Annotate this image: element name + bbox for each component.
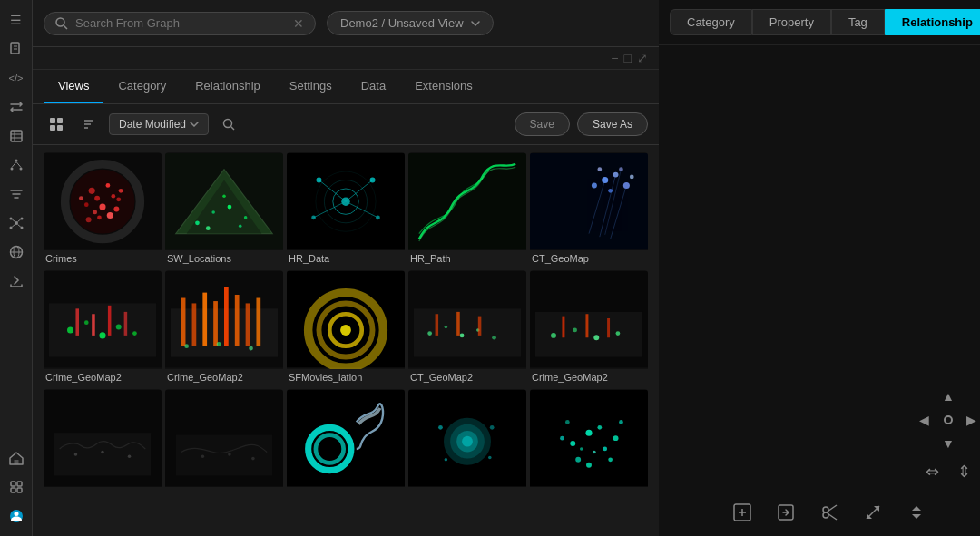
svg-point-84 — [602, 177, 608, 183]
svg-rect-142 — [585, 315, 588, 338]
list-item[interactable]: Crimes — [44, 152, 162, 267]
tab-data[interactable]: Data — [347, 70, 400, 103]
maximize-button[interactable]: □ — [624, 51, 632, 65]
hierarchy-icon[interactable] — [4, 152, 29, 178]
code-icon[interactable]: </> — [4, 65, 29, 91]
item-label: CT_GeoMap — [530, 250, 648, 267]
svg-point-176 — [565, 420, 570, 424]
tab-settings[interactable]: Settings — [275, 70, 347, 103]
search-input[interactable] — [75, 16, 286, 30]
list-item[interactable]: SW_Locations — [165, 152, 283, 267]
svg-rect-83 — [530, 153, 648, 249]
nav-up-button[interactable]: ▲ — [938, 386, 958, 406]
list-item[interactable]: SFMovies_latlon — [287, 270, 405, 385]
list-item[interactable] — [44, 389, 162, 492]
save-as-button[interactable]: Save As — [577, 112, 648, 136]
list-item[interactable]: CT_GeoMap2 — [408, 270, 526, 385]
sort-order-button[interactable] — [76, 112, 102, 137]
list-item[interactable]: CT_GeoMap — [530, 152, 648, 267]
list-item[interactable] — [287, 389, 405, 492]
svg-line-17 — [12, 219, 15, 222]
collapse-view-button[interactable] — [902, 498, 931, 527]
svg-point-67 — [206, 226, 211, 230]
svg-point-99 — [84, 321, 89, 326]
menu-icon[interactable]: ☰ — [4, 7, 29, 33]
grid-view-button[interactable] — [44, 112, 69, 137]
rotate-button[interactable] — [771, 498, 800, 527]
search-clear-button[interactable]: ✕ — [293, 16, 304, 31]
filter-tag-button[interactable]: Tag — [831, 9, 885, 35]
view-selector[interactable]: Demo2 / Unsaved View — [327, 11, 494, 35]
nav-left-button[interactable]: ◀ — [915, 410, 935, 430]
svg-point-78 — [317, 178, 322, 183]
toolbar: Date Modified Save Save As — [33, 104, 659, 145]
list-item[interactable] — [530, 389, 648, 492]
tab-category[interactable]: Category — [103, 70, 181, 103]
filter-relationship-button[interactable]: Relationship — [885, 9, 980, 35]
tab-views[interactable]: Views — [44, 70, 103, 103]
table-icon[interactable] — [4, 123, 29, 149]
item-label — [44, 487, 162, 492]
user-icon[interactable] — [4, 503, 29, 529]
view-label: Demo2 / Unsaved View — [340, 16, 464, 30]
svg-rect-103 — [75, 309, 79, 336]
list-item[interactable]: Crime_GeoMap2 — [44, 270, 162, 385]
right-panel: Category Property Tag Relationship ▲ ◀ ▶… — [659, 0, 980, 536]
svg-line-18 — [17, 219, 20, 222]
svg-point-138 — [573, 328, 577, 333]
svg-point-164 — [445, 458, 448, 462]
list-item[interactable] — [165, 389, 283, 492]
list-item[interactable]: Crime_GeoMap2 — [165, 270, 283, 385]
export-icon[interactable] — [4, 268, 29, 294]
svg-point-58 — [79, 196, 83, 200]
home-icon[interactable] — [4, 445, 29, 471]
nav-extra-controls: ⇔ ⇕ — [926, 462, 971, 482]
globe-icon[interactable] — [4, 239, 29, 265]
add-node-button[interactable] — [728, 498, 757, 527]
item-label — [530, 487, 648, 492]
scissors-button[interactable] — [815, 498, 844, 527]
navigation-controls: ▲ ◀ ▶ ▼ ⇔ ⇕ — [914, 385, 980, 482]
svg-rect-106 — [124, 312, 128, 336]
search-filter-button[interactable] — [216, 112, 241, 137]
nav-right-button[interactable]: ▶ — [962, 410, 980, 430]
pan-horizontal-button[interactable]: ⇔ — [926, 462, 939, 482]
svg-point-118 — [217, 342, 221, 346]
svg-point-171 — [597, 425, 602, 430]
svg-point-128 — [445, 326, 448, 329]
svg-point-178 — [593, 450, 596, 453]
list-item[interactable]: HR_Path — [408, 152, 526, 267]
svg-rect-36 — [57, 125, 63, 131]
svg-point-86 — [597, 167, 602, 171]
svg-rect-35 — [50, 125, 55, 131]
transfer-icon[interactable] — [4, 94, 29, 120]
svg-point-87 — [623, 182, 630, 189]
tab-extensions[interactable]: Extensions — [400, 70, 487, 103]
filter-property-button[interactable]: Property — [752, 9, 831, 35]
expand-button[interactable]: ⤢ — [637, 51, 648, 65]
document-icon[interactable] — [4, 36, 29, 62]
expand-view-button[interactable] — [858, 498, 887, 527]
svg-point-81 — [376, 216, 380, 220]
list-item[interactable]: HR_Data — [287, 152, 405, 267]
filter-icon[interactable] — [4, 181, 29, 207]
svg-point-151 — [201, 454, 205, 458]
graph-icon[interactable] — [4, 210, 29, 236]
svg-rect-114 — [235, 295, 240, 346]
item-label: Crime_GeoMap2 — [165, 369, 283, 385]
search-box[interactable]: ✕ — [44, 12, 316, 35]
filter-category-button[interactable]: Category — [670, 9, 752, 35]
sort-dropdown[interactable]: Date Modified — [109, 113, 209, 135]
tab-relationship[interactable]: Relationship — [181, 70, 275, 103]
nav-down-button[interactable]: ▼ — [938, 434, 958, 453]
main-panel: ✕ Demo2 / Unsaved View − □ ⤢ Views Categ… — [33, 0, 659, 536]
minimize-button[interactable]: − — [611, 51, 618, 65]
list-item[interactable] — [408, 389, 526, 492]
svg-point-165 — [488, 455, 492, 459]
list-item[interactable]: Crime_GeoMap2 — [530, 270, 648, 385]
svg-line-187 — [828, 514, 838, 521]
pan-vertical-button[interactable]: ⇕ — [957, 462, 971, 482]
shortcut-icon[interactable] — [4, 474, 29, 500]
save-button[interactable]: Save — [514, 112, 570, 136]
svg-point-152 — [228, 453, 231, 456]
